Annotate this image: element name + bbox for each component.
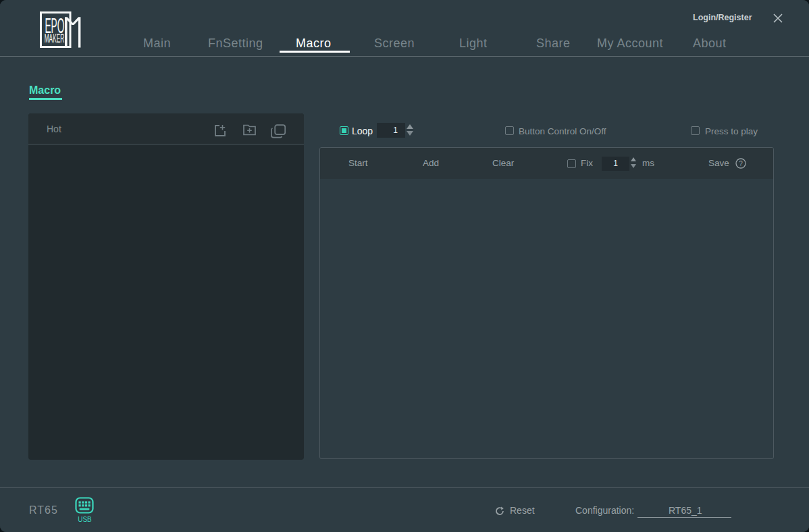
svg-text:MAKER: MAKER xyxy=(45,32,65,45)
svg-text:?: ? xyxy=(739,160,743,167)
